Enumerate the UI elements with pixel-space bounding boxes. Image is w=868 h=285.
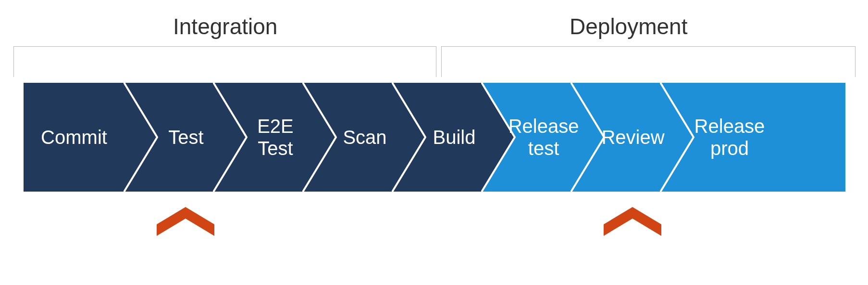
stage-label-scan: Scan [331, 82, 398, 193]
stage-label-test: Test [152, 82, 220, 193]
stage-label-build: Build [421, 82, 488, 193]
caret-up-icon [604, 207, 661, 236]
stage-label-commit: Commit [23, 82, 125, 193]
phase-title-integration: Integration [173, 13, 277, 39]
pipeline-row: Commit Test E2E Test Scan [23, 82, 846, 193]
stage-label-review: Review [599, 82, 667, 193]
pipeline-diagram: Integration Deployment Commit Test E2E T… [0, 0, 868, 285]
stage-label-e2e-test: E2E Test [242, 82, 309, 193]
stage-label-release-test: Release test [508, 82, 580, 193]
caret-up-icon [157, 207, 214, 236]
stage-release-prod: Release prod [660, 82, 846, 193]
stage-label-release-prod: Release prod [689, 82, 770, 193]
bracket-integration [13, 46, 436, 77]
bracket-deployment [441, 46, 856, 77]
phase-title-deployment: Deployment [570, 13, 687, 39]
